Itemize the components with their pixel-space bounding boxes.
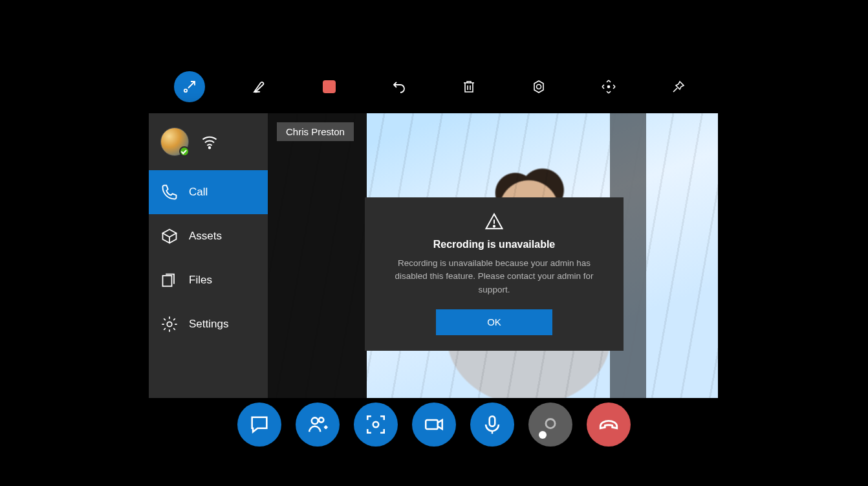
sidebar-item-settings[interactable]: Settings <box>149 302 268 346</box>
status-indicator-dot <box>539 431 547 439</box>
add-participant-icon <box>307 414 329 436</box>
sidebar: Call Assets Files <box>149 113 268 398</box>
gear-icon <box>160 315 179 333</box>
sidebar-nav: Call Assets Files <box>149 170 268 346</box>
svg-point-4 <box>209 147 210 148</box>
dialog-title: Recroding is unavailable <box>383 239 605 250</box>
status-button[interactable] <box>528 403 572 447</box>
hang-up-icon <box>598 414 620 436</box>
draw-icon <box>252 79 267 94</box>
delete-button[interactable] <box>453 71 484 102</box>
annotation-toolbar <box>0 69 868 105</box>
sidebar-label-call: Call <box>189 186 208 199</box>
svg-point-3 <box>608 86 610 88</box>
svg-point-2 <box>537 85 541 89</box>
sidebar-label-settings: Settings <box>189 318 228 331</box>
arrow-in-icon <box>182 79 197 94</box>
capture-icon <box>365 414 387 436</box>
move-icon <box>601 79 616 94</box>
undo-icon <box>391 79 407 94</box>
svg-rect-5 <box>163 276 172 286</box>
video-pane: Chris Preston Recroding is unavailable R… <box>268 113 718 398</box>
svg-rect-12 <box>490 416 495 426</box>
draw-button[interactable] <box>244 71 275 102</box>
svg-point-9 <box>319 417 323 422</box>
dialog-ok-button[interactable]: OK <box>436 309 552 335</box>
move-button[interactable] <box>593 71 624 102</box>
sidebar-header <box>149 113 268 170</box>
sidebar-label-files: Files <box>189 274 212 287</box>
phone-icon <box>160 183 179 201</box>
capture-button[interactable] <box>354 403 398 447</box>
svg-rect-11 <box>426 420 437 429</box>
call-window: Call Assets Files <box>149 113 718 398</box>
delete-icon <box>461 79 477 94</box>
box-icon <box>160 227 179 245</box>
sidebar-label-assets: Assets <box>189 230 222 243</box>
arrow-in-button[interactable] <box>174 71 205 102</box>
ink-settings-button[interactable] <box>523 71 554 102</box>
recording-unavailable-dialog: Recroding is unavailable Recording is un… <box>365 197 624 351</box>
pin-icon <box>671 79 686 94</box>
svg-point-7 <box>494 225 495 226</box>
svg-point-6 <box>167 322 171 326</box>
stop-record-button[interactable] <box>314 71 345 102</box>
sidebar-item-files[interactable]: Files <box>149 258 268 302</box>
camera-icon <box>423 414 445 436</box>
svg-point-0 <box>184 89 187 92</box>
svg-point-13 <box>546 419 555 428</box>
undo-button[interactable] <box>384 71 415 102</box>
warning-icon <box>484 212 504 231</box>
svg-point-10 <box>373 422 379 428</box>
dialog-body: Recording is unavailable because your ad… <box>383 257 605 296</box>
wifi-icon <box>201 133 219 151</box>
settings-gear-icon <box>531 79 547 94</box>
microphone-icon <box>481 414 503 436</box>
presence-badge <box>179 146 190 157</box>
stop-record-icon <box>323 80 336 93</box>
call-control-bar <box>0 403 868 447</box>
avatar[interactable] <box>160 127 189 156</box>
pin-button[interactable] <box>663 71 694 102</box>
hang-up-button[interactable] <box>587 403 631 447</box>
sidebar-item-assets[interactable]: Assets <box>149 214 268 258</box>
microphone-button[interactable] <box>470 403 514 447</box>
sidebar-item-call[interactable]: Call <box>149 170 268 214</box>
add-participant-button[interactable] <box>296 403 340 447</box>
svg-marker-1 <box>534 81 543 93</box>
files-icon <box>160 271 179 289</box>
participant-name-chip: Chris Preston <box>277 122 354 141</box>
chat-button[interactable] <box>237 403 281 447</box>
svg-point-8 <box>312 417 318 424</box>
chat-icon <box>248 414 270 436</box>
camera-button[interactable] <box>412 403 456 447</box>
